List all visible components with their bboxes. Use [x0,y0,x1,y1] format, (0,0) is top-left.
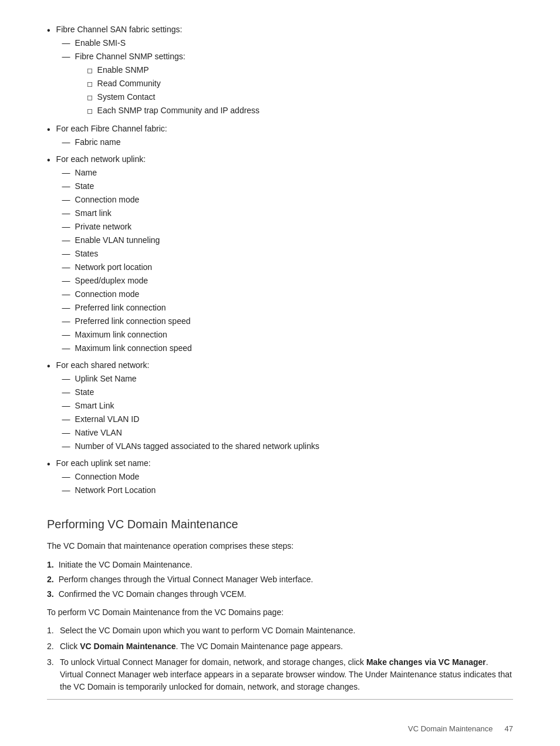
dash-icon: — [62,194,70,206]
dash-icon: — [62,315,70,328]
dash-icon: — [62,484,70,497]
sub-list-item: —State [62,386,513,399]
bold-step-item: 3.Confirmed the VC Domain changes throug… [47,588,513,600]
bullet-icon: • [47,123,50,136]
sub-list-item-text: Preferred link connection speed [75,315,191,328]
sub-list-item-text: Preferred link connection [75,302,166,314]
dash-icon: — [62,275,70,287]
plain-step-item: 1.Select the VC Domain upon which you wa… [47,625,513,637]
plain-steps-list: 1.Select the VC Domain upon which you wa… [47,625,513,693]
sub-list-item: —States [62,248,513,260]
dash-icon: — [62,167,70,179]
dash-icon: — [62,180,70,193]
sub-list-item-text: Fabric name [75,136,121,148]
sub-list-item-text: Number of VLANs tagged associated to the… [75,440,319,453]
sub-list-item-text: Native VLAN [75,427,122,439]
sub-list-item: —Preferred link connection speed [62,315,513,328]
list-item-content: For each shared network:—Uplink Set Name… [56,359,513,454]
sub-list: —Uplink Set Name—State—Smart Link—Extern… [62,373,513,453]
sub-list-item-text: State [75,180,95,193]
footer: VC Domain Maintenance 47 [47,723,513,735]
step-number: 2. [47,573,54,586]
sub-list-item-text: Private network [75,221,131,233]
sub-sub-list-item: ◻System Contact [87,91,260,103]
plain-step-text: Select the VC Domain upon which you want… [60,625,355,637]
dash-icon: — [62,50,70,63]
sub-list-item-text: External VLAN ID [75,413,140,426]
sub-list-item-text: Maximum link connection [75,329,167,341]
list-item-content: For each Fibre Channel fabric:—Fabric na… [56,123,513,150]
dash-icon: — [62,471,70,483]
sub-list: —Name—State—Connection mode—Smart link—P… [62,167,513,355]
list-item-content: For each network uplink:—Name—State—Conn… [56,153,513,356]
sub-list-item: —Connection Mode [62,471,513,483]
sub-list-item-text: Name [75,167,97,179]
sub-list-item: —Uplink Set Name [62,373,513,385]
sub-list-item: —Preferred link connection [62,302,513,314]
plain-step-number: 3. [47,656,55,669]
list-item-text: For each network uplink: [56,154,146,164]
sub-list-item: —Name [62,167,513,179]
dash-icon: — [62,373,70,385]
sub-sub-list-item: ◻Each SNMP trap Community and IP address [87,104,260,117]
dash-icon: — [62,400,70,412]
square-bullet-icon: ◻ [87,65,93,76]
top-list-item: •For each Fibre Channel fabric:—Fabric n… [47,123,513,150]
sub-list-item: —Maximum link connection speed [62,342,513,355]
dash-icon: — [62,248,70,260]
sub-list-item-text: Connection Mode [75,471,140,483]
sub-list-item: —Network Port Location [62,484,513,497]
top-list-item: •Fibre Channel SAN fabric settings:—Enab… [47,23,513,119]
sub-sub-list-item-text: System Contact [97,91,156,103]
sub-list-item: —Connection mode [62,194,513,206]
sub-list-item-text: Enable SMI-S [75,37,126,49]
sub-list-item: —Private network [62,221,513,233]
dash-icon: — [62,440,70,453]
sub-list-item-text: Smart Link [75,400,114,412]
step-number: 3. [47,588,54,600]
step-number: 1. [47,559,54,571]
footer-label: VC Domain Maintenance [408,723,493,735]
list-item-content: For each uplink set name:—Connection Mod… [56,457,513,498]
sub-list-item-text: States [75,248,99,260]
square-bullet-icon: ◻ [87,92,93,103]
sub-list-item: —Network port location [62,261,513,274]
sub-list-item-text: Speed/duplex mode [75,275,149,287]
sub-list-item-text: Connection mode [75,194,140,206]
top-list-item: •For each network uplink:—Name—State—Con… [47,153,513,356]
footer-page: 47 [505,723,513,735]
bold-step-item: 2.Perform changes through the Virtual Co… [47,573,513,586]
dash-icon: — [62,37,70,49]
sub-list-item: —Maximum link connection [62,329,513,341]
content-area: •Fibre Channel SAN fabric settings:—Enab… [47,23,513,735]
sub-list-item-text: Fibre Channel SNMP settings:◻Enable SNMP… [75,50,260,118]
bullet-icon: • [47,24,50,37]
bullet-icon: • [47,458,50,471]
dash-icon: — [62,413,70,426]
dash-icon: — [62,288,70,301]
plain-step-number: 1. [47,625,55,637]
plain-para: To perform VC Domain Maintenance from th… [47,606,513,619]
dash-icon: — [62,329,70,341]
list-item-content: Fibre Channel SAN fabric settings:—Enabl… [56,23,513,119]
bold-step-item: 1.Initiate the VC Domain Maintenance. [47,559,513,571]
top-list-item: •For each uplink set name:—Connection Mo… [47,457,513,498]
plain-step-text: Click VC Domain Maintenance. The VC Doma… [60,640,343,653]
list-item-text: Fibre Channel SAN fabric settings: [56,25,183,34]
sub-list-item-text: State [75,386,95,399]
dash-icon: — [62,234,70,247]
sub-list-item-text: Network Port Location [75,484,156,497]
sub-sub-list: ◻Enable SNMP◻Read Community◻System Conta… [87,64,260,117]
dash-icon: — [62,221,70,233]
sub-list: —Enable SMI-S—Fibre Channel SNMP setting… [62,37,513,118]
sub-sub-list-item-text: Read Community [97,77,161,90]
plain-step-number: 2. [47,640,55,653]
sub-list-item: —Fabric name [62,136,513,148]
sub-list: —Fabric name [62,136,513,148]
step-text: Initiate the VC Domain Maintenance. [59,559,193,571]
plain-step-item: 3.To unlock Virtual Connect Manager for … [47,656,513,693]
step-bold-part: Make changes via VC Manager [366,657,486,667]
plain-step-item: 2.Click VC Domain Maintenance. The VC Do… [47,640,513,653]
sub-list-item-text: Connection mode [75,288,140,301]
sub-list-item: —Enable SMI-S [62,37,513,49]
